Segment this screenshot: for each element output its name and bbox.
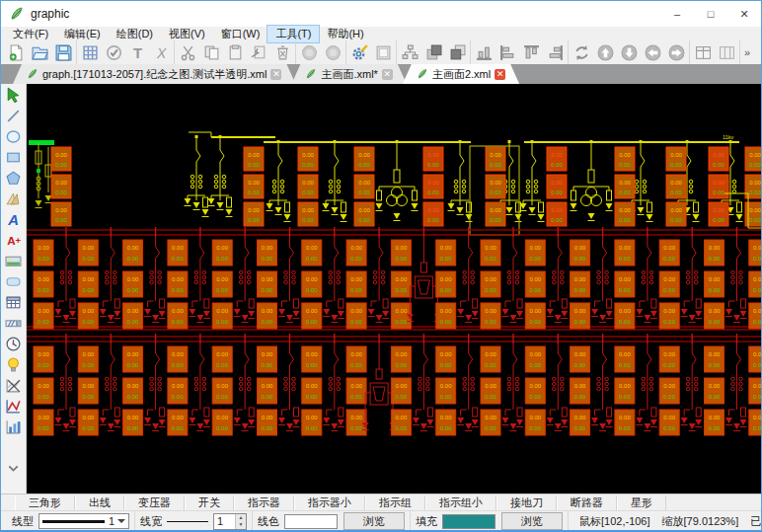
- line-color-swatch[interactable]: [284, 514, 338, 529]
- svg-text:0.00: 0.00: [709, 319, 721, 325]
- svg-text:0.00: 0.00: [306, 383, 318, 389]
- tool-table-button[interactable]: [2, 292, 26, 313]
- align-top-button[interactable]: [519, 41, 543, 63]
- svg-text:0.00: 0.00: [709, 245, 721, 251]
- menu-item-3[interactable]: 视图(V): [161, 26, 213, 42]
- image-button[interactable]: [371, 41, 395, 63]
- tool-line-button[interactable]: [2, 106, 26, 126]
- align-left-button[interactable]: [495, 41, 519, 63]
- tree-button[interactable]: [398, 41, 421, 63]
- component-tab-5[interactable]: 指示器小: [294, 495, 365, 510]
- align-bottom-button[interactable]: [472, 41, 495, 63]
- check-button[interactable]: [102, 41, 125, 63]
- document-tab-0[interactable]: graph.[171013-2057].纪念之图.测试半透明.xml✕: [13, 64, 295, 84]
- svg-text:0.00: 0.00: [709, 256, 721, 262]
- send-to-back-button[interactable]: [445, 41, 469, 63]
- grid-button[interactable]: [78, 41, 102, 63]
- tool-plot-disabled-button[interactable]: [2, 375, 26, 396]
- svg-text:0.00: 0.00: [619, 415, 631, 420]
- spinner-up-icon[interactable]: ▲: [236, 514, 246, 522]
- tool-select-button[interactable]: [2, 85, 26, 106]
- line-width-spinner[interactable]: 1 ▲▼: [213, 513, 247, 530]
- document-tab-2[interactable]: 主画面2.xml✕: [403, 64, 519, 84]
- close-button[interactable]: ✕: [727, 1, 761, 27]
- component-tab-3[interactable]: 开关: [185, 495, 234, 510]
- line-type-dropdown[interactable]: 1: [38, 513, 129, 529]
- component-tab-7[interactable]: 指示组小: [425, 495, 496, 510]
- align-right-button[interactable]: [543, 41, 567, 63]
- text-button[interactable]: [125, 41, 149, 63]
- document-tab-1[interactable]: 主画面.xml*✕: [291, 64, 406, 84]
- maximize-button[interactable]: □: [694, 1, 727, 27]
- tool-bulb-button[interactable]: [2, 354, 26, 375]
- diagram-canvas[interactable]: 11kv0.000.000.000.000.000.000.000.000.00…: [27, 84, 761, 494]
- svg-text:0.00: 0.00: [713, 207, 724, 213]
- tool-line-chart-button[interactable]: [2, 396, 26, 417]
- tool-arc-button[interactable]: [2, 189, 26, 209]
- component-tab-10[interactable]: 星形: [617, 495, 666, 510]
- svg-text:0.00: 0.00: [306, 245, 318, 251]
- menu-item-1[interactable]: 编辑(E): [56, 26, 109, 42]
- undo-button[interactable]: [297, 41, 321, 63]
- tool-clock-button[interactable]: [2, 334, 26, 354]
- cut-button[interactable]: [176, 41, 199, 63]
- tool-text-plus-button[interactable]: [2, 230, 26, 251]
- redo-button[interactable]: [321, 41, 344, 63]
- paste-special-button[interactable]: [247, 41, 270, 63]
- component-tab-2[interactable]: 变压器: [124, 495, 185, 510]
- tool-text-button[interactable]: [2, 209, 26, 230]
- component-tab-8[interactable]: 接地刀: [496, 495, 557, 510]
- arrow-down-button[interactable]: [617, 41, 641, 63]
- component-tab-4[interactable]: 指示器: [234, 495, 294, 510]
- open-button[interactable]: [28, 41, 51, 63]
- tab-close-icon[interactable]: ✕: [270, 69, 281, 80]
- copy-button[interactable]: [199, 41, 223, 63]
- svg-text:0.00: 0.00: [55, 190, 67, 195]
- bring-to-front-button[interactable]: [421, 41, 445, 63]
- split-horizontal-button[interactable]: [691, 41, 715, 63]
- menu-item-2[interactable]: 绘图(D): [109, 26, 161, 42]
- svg-text:0.00: 0.00: [427, 162, 439, 168]
- tool-ellipse-button[interactable]: [2, 126, 26, 147]
- fill-browse-button[interactable]: 浏览: [501, 512, 563, 530]
- fill-swatch[interactable]: [442, 514, 495, 529]
- svg-text:0.00: 0.00: [262, 276, 273, 282]
- menu-item-5[interactable]: 工具(T): [267, 26, 319, 42]
- toolbar-overflow-button[interactable]: »: [741, 46, 753, 58]
- menu-item-0[interactable]: 文件(F): [5, 26, 56, 42]
- component-tab-6[interactable]: 指示组: [365, 495, 425, 510]
- save-button[interactable]: [51, 41, 75, 63]
- tab-close-icon[interactable]: ✕: [382, 69, 393, 80]
- tool-pentagon-button[interactable]: [2, 168, 26, 189]
- arrow-right-button[interactable]: [664, 41, 688, 63]
- tool-more-button[interactable]: [2, 458, 26, 479]
- minimize-button[interactable]: –: [660, 1, 694, 27]
- component-tab-1[interactable]: 出线: [75, 495, 124, 510]
- new-button[interactable]: [4, 41, 28, 63]
- tool-picture-button[interactable]: [2, 251, 26, 271]
- svg-text:0.00: 0.00: [440, 308, 452, 314]
- arrow-left-button[interactable]: [641, 41, 664, 63]
- tool-rectangle-button[interactable]: [2, 147, 26, 168]
- tool-progress-button[interactable]: [2, 313, 26, 334]
- settings-button[interactable]: [347, 41, 371, 63]
- svg-text:0.00: 0.00: [127, 425, 139, 431]
- tab-close-icon[interactable]: ✕: [495, 69, 505, 80]
- refresh-button[interactable]: [570, 41, 593, 63]
- tool-rounded-rect-button[interactable]: [2, 271, 26, 292]
- svg-text:0.00: 0.00: [574, 308, 586, 314]
- menu-item-4[interactable]: 窗口(W): [213, 26, 268, 42]
- split-vertical-button[interactable]: [715, 41, 738, 63]
- menu-item-6[interactable]: 帮助(H): [319, 26, 371, 42]
- tool-pie-chart-button[interactable]: [2, 437, 26, 458]
- line-color-browse-button[interactable]: 浏览: [343, 512, 405, 530]
- component-tab-9[interactable]: 断路器: [557, 495, 617, 510]
- arrow-up-button[interactable]: [593, 41, 617, 63]
- spinner-down-icon[interactable]: ▼: [236, 521, 246, 529]
- tool-bar-chart-button[interactable]: [2, 417, 26, 437]
- italic-button[interactable]: [149, 41, 173, 63]
- component-tab-0[interactable]: 三角形: [15, 495, 75, 510]
- spinner-arrows[interactable]: ▲▼: [235, 514, 246, 529]
- delete-button[interactable]: [270, 41, 294, 63]
- paste-button[interactable]: [223, 41, 247, 63]
